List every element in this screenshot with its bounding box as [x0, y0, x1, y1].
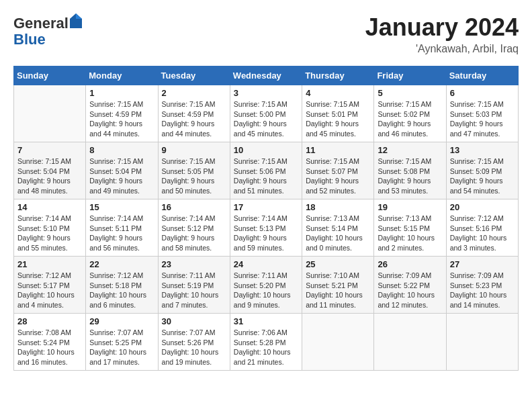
weekday-header-tuesday: Tuesday	[158, 66, 230, 85]
day-number: 22	[89, 259, 154, 269]
day-info: Sunrise: 7:15 AMSunset: 5:09 PMDaylight:…	[450, 156, 515, 196]
day-number: 24	[234, 259, 298, 269]
title-block: January 2024 'Aynkawah, Arbil, Iraq	[365, 13, 519, 55]
day-info: Sunrise: 7:15 AMSunset: 4:59 PMDaylight:…	[89, 99, 154, 139]
calendar-day-cell: 16Sunrise: 7:14 AMSunset: 5:12 PMDayligh…	[158, 199, 230, 257]
calendar-day-cell: 7Sunrise: 7:15 AMSunset: 5:04 PMDaylight…	[14, 142, 86, 199]
day-number: 25	[306, 259, 370, 269]
calendar-day-cell: 15Sunrise: 7:14 AMSunset: 5:11 PMDayligh…	[86, 199, 158, 257]
day-number: 31	[234, 316, 298, 326]
day-info: Sunrise: 7:15 AMSunset: 5:06 PMDaylight:…	[234, 156, 298, 196]
day-info: Sunrise: 7:09 AMSunset: 5:23 PMDaylight:…	[450, 271, 515, 310]
calendar-day-cell: 17Sunrise: 7:14 AMSunset: 5:13 PMDayligh…	[230, 199, 302, 257]
day-info: Sunrise: 7:07 AMSunset: 5:26 PMDaylight:…	[162, 328, 226, 367]
calendar-day-cell: 29Sunrise: 7:07 AMSunset: 5:25 PMDayligh…	[86, 314, 158, 371]
day-number: 21	[17, 259, 82, 269]
day-info: Sunrise: 7:09 AMSunset: 5:22 PMDaylight:…	[378, 271, 442, 310]
day-info: Sunrise: 7:14 AMSunset: 5:10 PMDaylight:…	[17, 214, 82, 253]
weekday-header-friday: Friday	[374, 66, 446, 85]
day-number: 20	[450, 202, 515, 212]
calendar-week-row: 14Sunrise: 7:14 AMSunset: 5:10 PMDayligh…	[14, 199, 519, 257]
day-info: Sunrise: 7:13 AMSunset: 5:14 PMDaylight:…	[306, 214, 370, 253]
day-number: 13	[450, 145, 515, 155]
calendar-day-cell: 13Sunrise: 7:15 AMSunset: 5:09 PMDayligh…	[446, 142, 518, 199]
calendar-day-cell: 20Sunrise: 7:12 AMSunset: 5:16 PMDayligh…	[446, 199, 518, 257]
empty-cell	[14, 85, 86, 142]
calendar-day-cell: 23Sunrise: 7:11 AMSunset: 5:19 PMDayligh…	[158, 257, 230, 314]
calendar-day-cell: 27Sunrise: 7:09 AMSunset: 5:23 PMDayligh…	[446, 257, 518, 314]
day-info: Sunrise: 7:08 AMSunset: 5:24 PMDaylight:…	[17, 328, 82, 367]
calendar-day-cell: 5Sunrise: 7:15 AMSunset: 5:02 PMDaylight…	[374, 85, 446, 142]
day-number: 19	[378, 202, 442, 212]
day-number: 16	[162, 202, 226, 212]
calendar-day-cell: 6Sunrise: 7:15 AMSunset: 5:03 PMDaylight…	[446, 85, 518, 142]
calendar-day-cell: 21Sunrise: 7:12 AMSunset: 5:17 PMDayligh…	[14, 257, 86, 314]
month-title: January 2024	[365, 13, 519, 42]
day-info: Sunrise: 7:12 AMSunset: 5:16 PMDaylight:…	[450, 214, 515, 253]
calendar-day-cell: 12Sunrise: 7:15 AMSunset: 5:08 PMDayligh…	[374, 142, 446, 199]
day-info: Sunrise: 7:12 AMSunset: 5:17 PMDaylight:…	[17, 271, 82, 310]
day-number: 1	[89, 88, 154, 98]
empty-cell	[374, 314, 446, 371]
day-number: 3	[234, 88, 298, 98]
day-info: Sunrise: 7:15 AMSunset: 5:02 PMDaylight:…	[378, 99, 442, 139]
empty-cell	[446, 314, 518, 371]
calendar-day-cell: 4Sunrise: 7:15 AMSunset: 5:01 PMDaylight…	[302, 85, 374, 142]
day-number: 23	[162, 259, 226, 269]
logo-icon	[70, 13, 82, 28]
day-info: Sunrise: 7:15 AMSunset: 4:59 PMDaylight:…	[162, 99, 226, 139]
day-number: 26	[378, 259, 442, 269]
day-number: 11	[306, 145, 370, 155]
calendar-day-cell: 24Sunrise: 7:11 AMSunset: 5:20 PMDayligh…	[230, 257, 302, 314]
calendar-day-cell: 10Sunrise: 7:15 AMSunset: 5:06 PMDayligh…	[230, 142, 302, 199]
weekday-header-saturday: Saturday	[446, 66, 518, 85]
day-info: Sunrise: 7:11 AMSunset: 5:19 PMDaylight:…	[162, 271, 226, 310]
day-number: 28	[17, 316, 82, 326]
weekday-header-row: SundayMondayTuesdayWednesdayThursdayFrid…	[14, 66, 519, 85]
day-number: 17	[234, 202, 298, 212]
calendar-day-cell: 3Sunrise: 7:15 AMSunset: 5:00 PMDaylight…	[230, 85, 302, 142]
weekday-header-sunday: Sunday	[14, 66, 86, 85]
logo-blue-text: Blue	[13, 31, 46, 48]
calendar-day-cell: 11Sunrise: 7:15 AMSunset: 5:07 PMDayligh…	[302, 142, 374, 199]
calendar-week-row: 28Sunrise: 7:08 AMSunset: 5:24 PMDayligh…	[14, 314, 519, 371]
day-info: Sunrise: 7:15 AMSunset: 5:00 PMDaylight:…	[234, 99, 298, 139]
calendar-header: SundayMondayTuesdayWednesdayThursdayFrid…	[14, 66, 519, 85]
day-info: Sunrise: 7:15 AMSunset: 5:08 PMDaylight:…	[378, 156, 442, 196]
day-info: Sunrise: 7:10 AMSunset: 5:21 PMDaylight:…	[306, 271, 370, 310]
weekday-header-thursday: Thursday	[302, 66, 374, 85]
logo-general-text: General	[13, 15, 69, 32]
calendar-day-cell: 19Sunrise: 7:13 AMSunset: 5:15 PMDayligh…	[374, 199, 446, 257]
calendar-day-cell: 8Sunrise: 7:15 AMSunset: 5:04 PMDaylight…	[86, 142, 158, 199]
day-info: Sunrise: 7:12 AMSunset: 5:18 PMDaylight:…	[89, 271, 154, 310]
day-info: Sunrise: 7:14 AMSunset: 5:12 PMDaylight:…	[162, 214, 226, 253]
day-info: Sunrise: 7:06 AMSunset: 5:28 PMDaylight:…	[234, 328, 298, 367]
calendar-table: SundayMondayTuesdayWednesdayThursdayFrid…	[13, 66, 519, 371]
day-number: 18	[306, 202, 370, 212]
page-header: General Blue January 2024 'Aynkawah, Arb…	[13, 13, 519, 55]
location-title: 'Aynkawah, Arbil, Iraq	[365, 43, 519, 55]
day-info: Sunrise: 7:15 AMSunset: 5:05 PMDaylight:…	[162, 156, 226, 196]
calendar-day-cell: 1Sunrise: 7:15 AMSunset: 4:59 PMDaylight…	[86, 85, 158, 142]
day-info: Sunrise: 7:07 AMSunset: 5:25 PMDaylight:…	[89, 328, 154, 367]
day-info: Sunrise: 7:13 AMSunset: 5:15 PMDaylight:…	[378, 214, 442, 253]
svg-marker-1	[76, 13, 82, 19]
weekday-header-wednesday: Wednesday	[230, 66, 302, 85]
day-number: 30	[162, 316, 226, 326]
day-info: Sunrise: 7:14 AMSunset: 5:11 PMDaylight:…	[89, 214, 154, 253]
calendar-day-cell: 28Sunrise: 7:08 AMSunset: 5:24 PMDayligh…	[14, 314, 86, 371]
calendar-body: 1Sunrise: 7:15 AMSunset: 4:59 PMDaylight…	[14, 85, 519, 371]
day-number: 4	[306, 88, 370, 98]
calendar-day-cell: 31Sunrise: 7:06 AMSunset: 5:28 PMDayligh…	[230, 314, 302, 371]
day-number: 15	[89, 202, 154, 212]
day-info: Sunrise: 7:15 AMSunset: 5:03 PMDaylight:…	[450, 99, 515, 139]
day-info: Sunrise: 7:15 AMSunset: 5:07 PMDaylight:…	[306, 156, 370, 196]
day-info: Sunrise: 7:14 AMSunset: 5:13 PMDaylight:…	[234, 214, 298, 253]
day-info: Sunrise: 7:15 AMSunset: 5:04 PMDaylight:…	[17, 156, 82, 196]
day-number: 8	[89, 145, 154, 155]
calendar-day-cell: 14Sunrise: 7:14 AMSunset: 5:10 PMDayligh…	[14, 199, 86, 257]
calendar-day-cell: 25Sunrise: 7:10 AMSunset: 5:21 PMDayligh…	[302, 257, 374, 314]
calendar-day-cell: 9Sunrise: 7:15 AMSunset: 5:05 PMDaylight…	[158, 142, 230, 199]
day-number: 7	[17, 145, 82, 155]
day-number: 14	[17, 202, 82, 212]
